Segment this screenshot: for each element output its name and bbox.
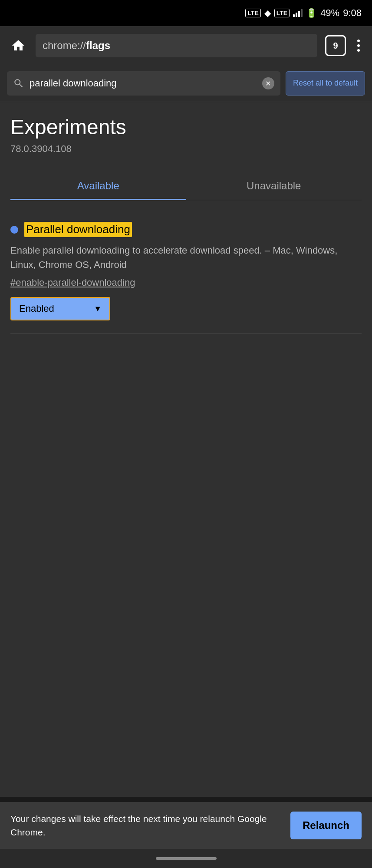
tab-count-number: 9 <box>333 41 338 51</box>
feature-active-dot <box>10 226 18 234</box>
status-bar: LTE ◆ LTE 🔋 49% 9:08 <box>0 0 372 26</box>
feature-description: Enable parallel downloading to accelerat… <box>10 243 362 272</box>
more-dot-3 <box>357 49 360 52</box>
home-button[interactable] <box>9 36 28 55</box>
feature-item-parallel-downloading: Parallel downloading Enable parallel dow… <box>10 213 362 329</box>
feature-anchor-link[interactable]: #enable-parallel-downloading <box>10 277 362 288</box>
search-input[interactable]: parallel downloading <box>30 78 257 89</box>
wifi-icon: ◆ <box>264 8 271 18</box>
dropdown-arrow-icon: ▼ <box>94 304 102 314</box>
feature-divider <box>10 333 362 334</box>
tab-unavailable[interactable]: Unavailable <box>186 172 362 200</box>
address-bar[interactable]: chrome://flags <box>36 34 317 57</box>
battery-percent: 49% <box>320 7 339 19</box>
lte-call-icon: LTE <box>245 9 260 17</box>
flags-search-bar: parallel downloading ✕ Reset all to defa… <box>0 65 372 102</box>
search-input-wrap[interactable]: parallel downloading ✕ <box>7 71 280 96</box>
tab-count-button[interactable]: 9 <box>325 35 346 56</box>
search-icon <box>13 78 24 89</box>
clear-search-button[interactable]: ✕ <box>262 77 274 89</box>
version-number: 78.0.3904.108 <box>10 143 362 155</box>
status-icons: LTE ◆ LTE 🔋 49% 9:08 <box>245 7 362 19</box>
feature-title: Parallel downloading <box>24 222 132 237</box>
clock: 9:08 <box>343 7 362 19</box>
tabs-row: Available Unavailable <box>10 172 362 200</box>
more-dot-1 <box>357 40 360 42</box>
feature-title-row: Parallel downloading <box>10 222 362 237</box>
battery-icon: 🔋 <box>306 8 317 18</box>
feature-dropdown[interactable]: Enabled ▼ <box>10 297 110 320</box>
dropdown-value: Enabled <box>19 303 54 314</box>
nav-home-indicator <box>156 857 217 860</box>
signal-bars-icon <box>293 9 303 17</box>
banner-text: Your changes will take effect the next t… <box>10 812 282 839</box>
reset-all-button[interactable]: Reset all to default <box>286 71 365 96</box>
lte-data-icon: LTE <box>274 9 290 17</box>
address-text: chrome://flags <box>43 40 110 52</box>
bottom-nav-bar <box>0 849 372 868</box>
more-dot-2 <box>357 44 360 47</box>
home-icon <box>11 38 26 53</box>
tab-available[interactable]: Available <box>10 172 186 200</box>
page-title: Experiments <box>10 115 362 139</box>
main-content: Experiments 78.0.3904.108 Available Unav… <box>0 102 372 797</box>
more-options-button[interactable] <box>354 36 363 55</box>
relaunch-button[interactable]: Relaunch <box>290 812 362 839</box>
browser-toolbar: chrome://flags 9 <box>0 26 372 65</box>
relaunch-banner: Your changes will take effect the next t… <box>0 802 372 849</box>
